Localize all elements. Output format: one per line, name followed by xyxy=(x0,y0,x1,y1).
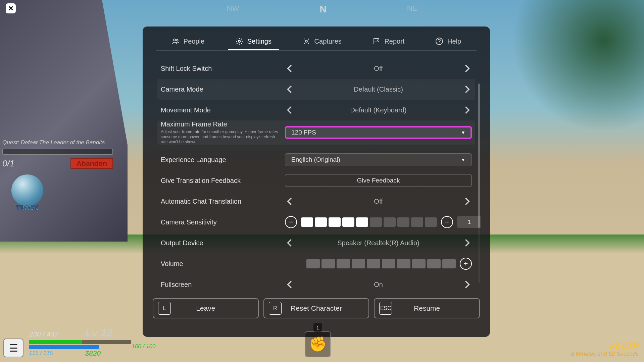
row-output-device: Output Device Speaker (Realtek(R) Audio) xyxy=(157,232,475,253)
camera-mode-next[interactable] xyxy=(462,84,472,94)
shift-lock-next[interactable] xyxy=(462,63,472,73)
tab-people-label: People xyxy=(184,38,204,45)
max-fps-dropdown[interactable]: 120 FPS ▼ xyxy=(285,126,472,139)
cam-sens-value: 1 xyxy=(457,216,481,228)
tab-help[interactable]: Help xyxy=(428,33,468,50)
cam-sens-minus[interactable]: − xyxy=(285,216,297,228)
fullscreen-prev[interactable] xyxy=(285,279,295,290)
hud-bottom-left: 230 / 437 Lv 12 100 / 100 115 / 115 $820 xyxy=(3,327,155,357)
tab-captures[interactable]: Captures xyxy=(295,33,349,50)
fist-icon: ✊ xyxy=(309,335,327,353)
modal-footer: L Leave R Reset Character ESC Resume xyxy=(152,298,481,318)
tab-captures-label: Captures xyxy=(314,38,342,45)
quest-progress-text: 0/1 xyxy=(2,158,14,169)
hotbar-slot-1[interactable]: 1 ✊ xyxy=(305,331,331,357)
tab-bar: People Settings Captures Report Help xyxy=(156,33,477,51)
auto-chat-trans-label: Automatic Chat Translation xyxy=(161,198,285,205)
shift-lock-prev[interactable] xyxy=(285,63,295,73)
movement-mode-label: Movement Mode xyxy=(161,106,285,114)
settings-scrollbar[interactable] xyxy=(478,84,480,283)
svg-point-1 xyxy=(176,40,178,41)
volume-label: Volume xyxy=(161,260,285,268)
camera-mode-label: Camera Mode xyxy=(161,86,285,93)
row-shift-lock: Shift Lock Switch Off xyxy=(157,58,475,79)
chevron-down-icon: ▼ xyxy=(461,157,465,162)
exp-lang-label: Experience Language xyxy=(161,156,285,164)
shift-lock-value: Off xyxy=(295,65,462,72)
reset-label: Reset Character xyxy=(291,304,342,312)
hud-bp-text: 115 / 115 xyxy=(29,350,53,357)
leave-label: Leave xyxy=(196,304,215,312)
max-fps-value: 120 FPS xyxy=(291,129,316,136)
compass-orb-icon xyxy=(11,174,43,206)
compass-bar: NW N NE xyxy=(227,4,417,15)
cam-sens-slider[interactable] xyxy=(301,217,437,227)
hotbar-slot-number: 1 xyxy=(313,323,322,332)
tab-people[interactable]: People xyxy=(164,33,212,50)
exp-lang-dropdown[interactable]: English (Original) ▼ xyxy=(285,153,472,166)
cam-sens-plus[interactable]: + xyxy=(441,216,453,228)
resume-key: ESC xyxy=(379,302,392,315)
row-movement-mode: Movement Mode Default (Keyboard) xyxy=(157,100,475,120)
hud-money-text: $820 xyxy=(85,349,101,357)
exp-boost-widget: x2 EXP 8 Minutes and 52 Seconds xyxy=(571,341,639,357)
exp-boost-timer: 8 Minutes and 52 Seconds xyxy=(571,351,639,357)
row-translation-feedback: Give Translation Feedback Give Feedback xyxy=(157,170,475,191)
hud-menu-icon[interactable] xyxy=(3,339,23,357)
hud-stamina-text: 100 / 100 xyxy=(132,343,155,350)
tab-report-label: Report xyxy=(384,38,404,45)
leave-button[interactable]: L Leave xyxy=(153,298,259,318)
svg-point-0 xyxy=(174,39,176,41)
movement-mode-next[interactable] xyxy=(462,105,472,115)
row-max-fps: Maximum Frame Rate Adjust your frame rat… xyxy=(157,120,475,145)
help-icon xyxy=(435,37,443,45)
output-device-label: Output Device xyxy=(161,239,285,247)
volume-plus[interactable]: + xyxy=(460,258,472,270)
gear-icon xyxy=(235,37,243,45)
leave-key: L xyxy=(158,302,171,315)
fullscreen-label: Fullscreen xyxy=(161,281,285,289)
give-feedback-button[interactable]: Give Feedback xyxy=(285,174,472,187)
track-label: TRACK xyxy=(11,204,43,212)
resume-button[interactable]: ESC Resume xyxy=(374,298,480,318)
tab-help-label: Help xyxy=(447,38,461,45)
tab-settings-label: Settings xyxy=(247,38,271,45)
camera-mode-prev[interactable] xyxy=(285,84,295,94)
reset-character-button[interactable]: R Reset Character xyxy=(263,298,369,318)
quest-title: Quest: Defeat The Leader of the Bandits xyxy=(2,139,113,146)
exp-boost-title: x2 EXP xyxy=(571,341,639,351)
resume-label: Resume xyxy=(414,304,440,312)
compass-ne: NE xyxy=(407,4,417,15)
auto-chat-trans-next[interactable] xyxy=(462,196,472,206)
movement-mode-value: Default (Keyboard) xyxy=(295,106,462,114)
camera-icon xyxy=(302,37,310,45)
flag-icon xyxy=(372,37,380,45)
svg-point-3 xyxy=(305,40,307,42)
camera-mode-value: Default (Classic) xyxy=(295,86,462,93)
people-icon xyxy=(171,37,180,45)
trans-feedback-label: Give Translation Feedback xyxy=(161,177,285,185)
tab-report[interactable]: Report xyxy=(365,33,412,50)
close-button[interactable]: ✕ xyxy=(6,3,16,13)
shift-lock-label: Shift Lock Switch xyxy=(161,65,285,72)
max-fps-label: Maximum Frame Rate Adjust your frame rat… xyxy=(161,120,285,145)
compass-nw: NW xyxy=(227,4,239,15)
movement-mode-prev[interactable] xyxy=(285,105,295,115)
auto-chat-trans-prev[interactable] xyxy=(285,196,295,206)
tab-settings[interactable]: Settings xyxy=(228,33,279,50)
track-widget[interactable]: TRACK xyxy=(11,174,43,212)
volume-slider[interactable] xyxy=(306,259,456,268)
auto-chat-trans-value: Off xyxy=(295,198,462,205)
row-exp-lang: Experience Language English (Original) ▼ xyxy=(157,149,475,170)
fullscreen-next[interactable] xyxy=(462,279,472,290)
exp-lang-value: English (Original) xyxy=(291,156,340,163)
svg-point-2 xyxy=(238,40,240,42)
output-device-prev[interactable] xyxy=(285,238,295,248)
compass-n: N xyxy=(319,4,326,15)
output-device-next[interactable] xyxy=(462,238,472,248)
abandon-button[interactable]: Abandon xyxy=(70,158,113,169)
reset-key: R xyxy=(269,302,282,315)
cam-sens-label: Camera Sensitivity xyxy=(161,218,285,226)
hud-bp-bar xyxy=(29,345,99,349)
fullscreen-value: On xyxy=(295,281,462,289)
